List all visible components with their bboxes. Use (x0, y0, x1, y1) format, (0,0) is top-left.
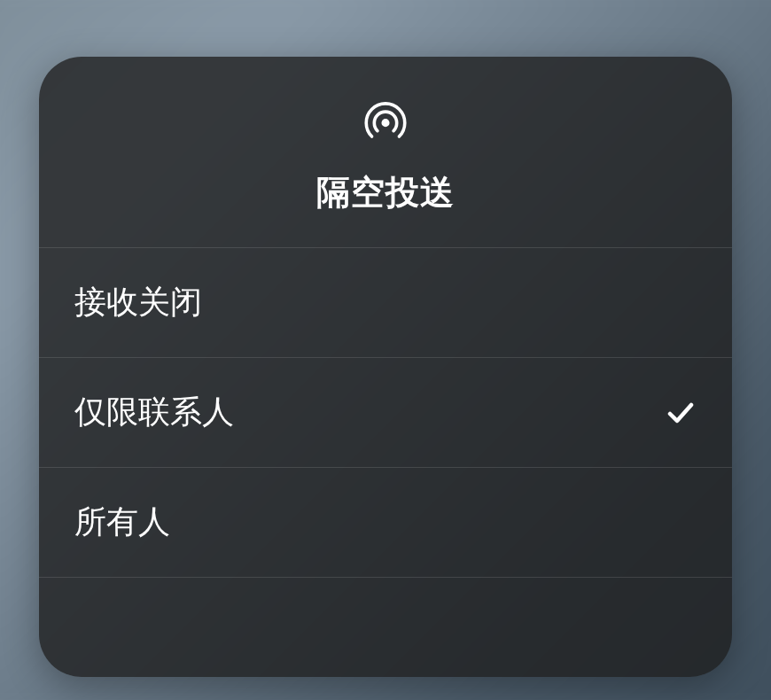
option-everyone[interactable]: 所有人 (39, 468, 732, 578)
checkmark-icon (665, 397, 697, 429)
panel-header: 隔空投送 (39, 57, 732, 248)
option-list: 接收关闭 仅限联系人 所有人 (39, 248, 732, 578)
option-contacts-only[interactable]: 仅限联系人 (39, 358, 732, 468)
option-label: 仅限联系人 (74, 391, 234, 434)
airdrop-settings-panel: 隔空投送 接收关闭 仅限联系人 所有人 (39, 57, 732, 677)
airdrop-icon (360, 94, 411, 145)
option-label: 接收关闭 (74, 281, 202, 324)
option-receiving-off[interactable]: 接收关闭 (39, 248, 732, 358)
svg-point-0 (381, 119, 389, 127)
option-label: 所有人 (74, 501, 170, 544)
panel-title: 隔空投送 (316, 170, 455, 215)
